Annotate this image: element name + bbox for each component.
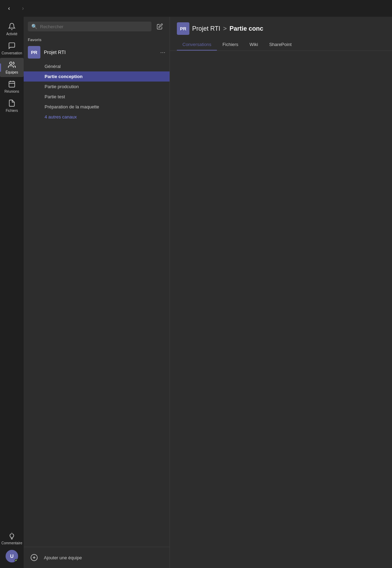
- tab-wiki[interactable]: Wiki: [244, 39, 264, 51]
- team-name: Projet RTI: [44, 49, 157, 55]
- add-team-icon: [28, 551, 40, 564]
- channel-item-general[interactable]: Général: [24, 61, 170, 71]
- sidebar-item-fichiers[interactable]: Fichiers: [0, 96, 24, 115]
- project-name: Projet RTI: [192, 25, 220, 32]
- sidebar-bottom: Commentaire U: [0, 529, 24, 568]
- back-button[interactable]: ‹: [4, 3, 14, 13]
- favorites-label: Favoris: [24, 35, 170, 43]
- channel-item-conception[interactable]: Partie conception: [24, 71, 170, 82]
- channel-list: Général Partie conception Partie prodcut…: [24, 61, 170, 122]
- content-header: PR Projet RTI > Partie conc Conversation…: [170, 17, 392, 51]
- main-layout: Activité Conversation Équipes: [0, 17, 392, 568]
- sidebar-label-equipes: Équipes: [6, 70, 18, 74]
- svg-point-0: [10, 62, 12, 64]
- channel-item-maquette[interactable]: Préparation de la maquette: [24, 102, 170, 112]
- calendar-icon: [8, 80, 16, 88]
- content-body: [170, 51, 392, 568]
- status-dot: [15, 559, 18, 562]
- channel-item-production[interactable]: Partie prodcution: [24, 82, 170, 92]
- teams-panel: 🔍 Favoris PR Projet RTI ··· Général Part…: [24, 17, 170, 568]
- team-more-button[interactable]: ···: [160, 49, 165, 56]
- sidebar-label-reunions: Réunions: [5, 90, 19, 93]
- compose-button[interactable]: [154, 21, 165, 32]
- search-input[interactable]: [40, 24, 148, 29]
- sidebar-label-conversation: Conversation: [2, 51, 22, 55]
- add-team-label: Ajouter une équipe: [44, 555, 82, 560]
- tabs-row: Conversations Fichiers Wiki SharePoint: [177, 39, 385, 51]
- sidebar-item-reunions[interactable]: Réunions: [0, 77, 24, 96]
- add-team-row[interactable]: Ajouter une équipe: [24, 547, 170, 568]
- search-input-wrapper: 🔍: [28, 22, 151, 31]
- search-bar: 🔍: [24, 17, 170, 35]
- sidebar-item-equipes[interactable]: Équipes: [0, 58, 24, 77]
- channel-item-test[interactable]: Partie test: [24, 92, 170, 102]
- breadcrumb: PR Projet RTI > Partie conc: [177, 22, 385, 35]
- lightbulb-icon: [8, 531, 16, 540]
- tab-conversations[interactable]: Conversations: [177, 39, 217, 51]
- channel-breadcrumb-name: Partie conc: [229, 25, 263, 32]
- tab-fichiers[interactable]: Fichiers: [217, 39, 244, 51]
- bell-icon: [8, 22, 16, 31]
- sidebar-label-commentaire: Commentaire: [1, 541, 22, 545]
- top-bar: ‹ ›: [0, 0, 392, 17]
- project-badge: PR: [177, 22, 189, 35]
- tab-sharepoint[interactable]: SharePoint: [264, 39, 297, 51]
- sidebar-item-activite[interactable]: Activité: [0, 20, 24, 39]
- icon-sidebar: Activité Conversation Équipes: [0, 17, 24, 568]
- sidebar-label-fichiers: Fichiers: [6, 109, 18, 113]
- svg-rect-1: [9, 82, 15, 87]
- chat-icon: [8, 41, 16, 50]
- search-icon: 🔍: [31, 24, 37, 29]
- sidebar-item-conversation[interactable]: Conversation: [0, 39, 24, 58]
- breadcrumb-separator: >: [223, 25, 227, 32]
- channel-item-autres[interactable]: 4 autres canaux: [24, 112, 170, 122]
- forward-button[interactable]: ›: [18, 3, 28, 13]
- sidebar-item-commentaire[interactable]: Commentaire: [0, 529, 24, 547]
- sidebar-label-activite: Activité: [6, 32, 17, 36]
- teams-icon: [8, 61, 16, 69]
- files-icon: [8, 99, 16, 107]
- user-avatar[interactable]: U: [6, 550, 18, 562]
- team-item-projet-rti[interactable]: PR Projet RTI ···: [24, 43, 170, 61]
- content-area: PR Projet RTI > Partie conc Conversation…: [170, 17, 392, 568]
- team-avatar: PR: [28, 46, 40, 59]
